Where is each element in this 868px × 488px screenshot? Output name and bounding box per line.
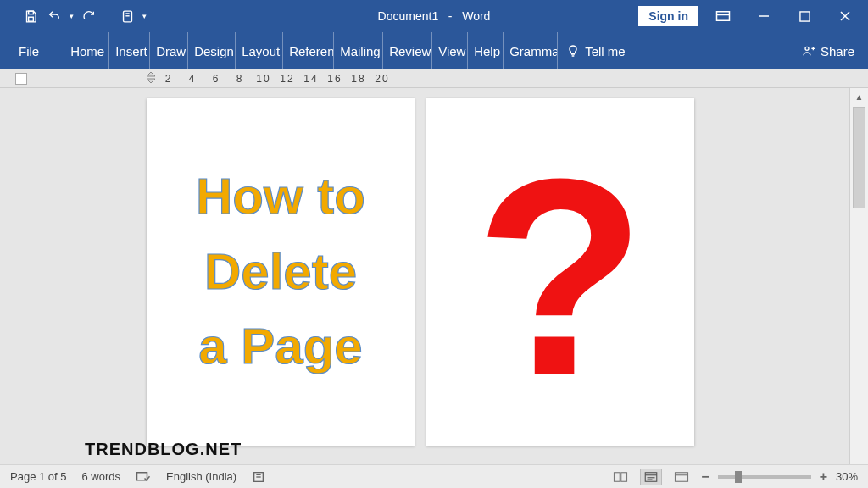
lightbulb-icon xyxy=(566,44,580,58)
ruler-mark: 18 xyxy=(351,73,366,85)
accessibility-icon[interactable] xyxy=(252,470,265,484)
svg-rect-20 xyxy=(615,472,620,481)
ribbon-tabs: File Home Insert Draw Design Layout Refe… xyxy=(0,32,868,69)
redo-icon[interactable] xyxy=(81,8,97,25)
tab-layout[interactable]: Layout xyxy=(236,32,283,69)
tell-me-label: Tell me xyxy=(585,44,626,58)
svg-rect-0 xyxy=(28,11,33,14)
undo-dropdown-icon[interactable]: ▾ xyxy=(70,12,74,20)
ruler-corner[interactable] xyxy=(15,73,27,85)
ruler-mark: 12 xyxy=(280,73,295,85)
title-bar: ▾ ▾ Document1 - Word Sign in xyxy=(0,0,868,32)
tab-references[interactable]: Referen xyxy=(283,32,334,69)
word-count[interactable]: 6 words xyxy=(82,470,121,483)
ruler-mark: 20 xyxy=(375,73,390,85)
title-separator: - xyxy=(442,9,459,23)
ruler-mark: 10 xyxy=(256,73,271,85)
tab-help[interactable]: Help xyxy=(468,32,504,69)
zoom-level[interactable]: 30% xyxy=(836,470,858,483)
zoom-in-icon[interactable]: + xyxy=(820,469,827,485)
ruler-mark: 2 xyxy=(161,73,176,85)
scrollbar-thumb[interactable] xyxy=(853,107,865,208)
ruler-marks: 2 4 6 8 10 12 14 16 18 20 xyxy=(161,73,390,85)
svg-rect-8 xyxy=(799,11,809,20)
tab-grammarly[interactable]: Gramma xyxy=(504,32,558,69)
svg-rect-1 xyxy=(28,17,33,21)
read-mode-icon[interactable] xyxy=(609,469,632,485)
status-right: − + 30% xyxy=(609,469,858,485)
wordart-text[interactable]: How to Delete a Page xyxy=(196,169,365,374)
svg-rect-22 xyxy=(646,472,658,481)
share-label: Share xyxy=(821,44,854,58)
separator xyxy=(108,8,108,24)
page-2[interactable]: ? xyxy=(426,98,694,446)
minimize-icon[interactable] xyxy=(748,4,780,28)
wordart-line: Delete xyxy=(196,245,365,300)
window-controls: Sign in xyxy=(638,4,861,28)
tab-design[interactable]: Design xyxy=(188,32,236,69)
language-status[interactable]: English (India) xyxy=(166,470,236,483)
sign-in-button[interactable]: Sign in xyxy=(638,6,698,26)
svg-point-11 xyxy=(805,47,809,50)
page-container: How to Delete a Page ? xyxy=(147,98,694,446)
page-count[interactable]: Page 1 of 5 xyxy=(10,470,67,483)
vertical-scrollbar[interactable]: ▲ xyxy=(849,88,868,464)
watermark-text: TRENDBLOG.NET xyxy=(85,440,242,459)
svg-rect-26 xyxy=(676,472,688,481)
maximize-icon[interactable] xyxy=(788,4,821,28)
page-1[interactable]: How to Delete a Page xyxy=(147,98,415,446)
ruler: 2 4 6 8 10 12 14 16 18 20 xyxy=(0,69,868,88)
undo-icon[interactable] xyxy=(46,8,63,25)
indent-marker-icon[interactable] xyxy=(146,72,156,86)
ruler-mark: 4 xyxy=(185,73,200,85)
save-icon[interactable] xyxy=(22,8,39,25)
zoom-slider-knob[interactable] xyxy=(735,471,742,483)
svg-rect-5 xyxy=(717,12,730,21)
tab-home[interactable]: Home xyxy=(64,32,109,69)
zoom-out-icon[interactable]: − xyxy=(701,469,709,485)
scroll-up-icon[interactable]: ▲ xyxy=(850,88,868,105)
document-workspace[interactable]: How to Delete a Page ? xyxy=(0,88,868,464)
zoom-slider[interactable] xyxy=(718,475,811,479)
ruler-mark: 14 xyxy=(303,73,319,85)
ruler-mark: 16 xyxy=(327,73,342,85)
tell-me-search[interactable]: Tell me xyxy=(558,44,634,58)
wordart-line: a Page xyxy=(196,319,365,374)
tab-file[interactable]: File xyxy=(0,32,58,69)
quick-access-toolbar: ▾ ▾ xyxy=(22,8,147,25)
qat-dropdown-icon[interactable]: ▾ xyxy=(142,12,147,20)
web-layout-icon[interactable] xyxy=(670,469,693,485)
tab-insert[interactable]: Insert xyxy=(109,32,150,69)
svg-marker-14 xyxy=(147,72,155,76)
ruler-mark: 8 xyxy=(232,73,248,85)
question-mark-graphic[interactable]: ? xyxy=(475,163,646,392)
svg-rect-21 xyxy=(621,472,627,481)
share-icon xyxy=(802,44,815,58)
ribbon-display-options-icon[interactable] xyxy=(707,4,739,28)
app-name: Word xyxy=(462,9,490,23)
tab-review[interactable]: Review xyxy=(383,32,432,69)
ruler-mark: 6 xyxy=(209,73,224,85)
tab-mailings[interactable]: Mailing xyxy=(334,32,383,69)
tab-draw[interactable]: Draw xyxy=(150,32,188,69)
document-name: Document1 xyxy=(378,9,439,23)
window-title: Document1 - Word xyxy=(378,9,491,23)
status-bar: Page 1 of 5 6 words English (India) − + … xyxy=(0,464,868,488)
svg-marker-15 xyxy=(147,79,155,83)
tab-view[interactable]: View xyxy=(432,32,468,69)
touch-mode-icon[interactable] xyxy=(119,8,136,25)
wordart-line: How to xyxy=(196,169,365,225)
share-button[interactable]: Share xyxy=(802,44,854,58)
spell-check-icon[interactable] xyxy=(136,470,151,484)
print-layout-icon[interactable] xyxy=(640,469,662,485)
close-icon[interactable] xyxy=(829,4,861,28)
